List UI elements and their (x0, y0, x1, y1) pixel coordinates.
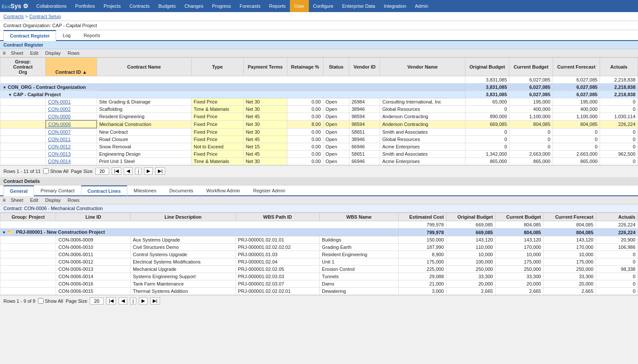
lines-table-row[interactable]: CON-0006-0014 Systems Engineering Suppor… (0, 273, 638, 280)
lines-col-line-id: Line ID (56, 213, 131, 221)
toolbar-display[interactable]: Display (44, 50, 63, 56)
register-subgroup-row: ▼ CAP - Capital Project 3,831,085 6,027,… (0, 91, 638, 98)
lines-table-row[interactable]: CON-0006-0015 Thermal Systems Addition P… (0, 288, 638, 295)
details-toolbar-sheet[interactable]: Sheet (9, 197, 25, 203)
nav-projects[interactable]: Projects (99, 0, 125, 12)
app-logo: EcoSys ⚙ (2, 3, 28, 9)
lines-pagination: Rows 1 - 9 of 9 Show All Page Size |◀ ◀ … (0, 295, 638, 306)
page-header: Contract Organization: CAP - Capital Pro… (0, 21, 638, 30)
breadcrumb-contract-setup[interactable]: Contract Setup (29, 14, 61, 19)
register-table-row[interactable]: CON-0006 Mechanical Construction Fixed P… (0, 120, 638, 128)
register-table-row[interactable]: CON-0007 New Contract Fixed Price Net 30… (0, 128, 638, 136)
lines-col-desc: Line Description (131, 213, 236, 221)
lines-show-all-checkbox[interactable] (38, 298, 44, 304)
lines-page-size-input[interactable] (90, 298, 104, 304)
nav-collaborations[interactable]: Collaborations (32, 0, 71, 12)
col-vendor-id: Vendor ID (349, 58, 380, 76)
lines-page-prev[interactable]: ◀ (119, 297, 127, 304)
col-curr-budget: Current Budget (509, 58, 553, 76)
nav-user[interactable]: User (290, 0, 308, 12)
register-table-row[interactable]: CON-0014 Print Unit 1 Steel Time & Mater… (0, 158, 638, 165)
register-table-row[interactable]: CON-0013 Engineering Design Fixed Price … (0, 151, 638, 158)
nav-forecasts[interactable]: Forecasts (235, 0, 264, 12)
lines-table-row[interactable]: CON-0006-0011 Control Systems Upgrade PR… (0, 251, 638, 258)
tab-documents[interactable]: Documents (163, 185, 200, 195)
tab-workflow-admin[interactable]: Workflow Admin (200, 185, 247, 195)
page-size-label: Page Size (71, 169, 92, 174)
tab-general[interactable]: General (3, 185, 34, 196)
breadcrumb: Contracts > Contract Setup (0, 12, 638, 21)
register-table-row[interactable]: CON-0005 Resident Engineering Fixed Pric… (0, 113, 638, 121)
nav-integration[interactable]: Integration (380, 0, 411, 12)
page-prev[interactable]: ◀ (124, 167, 132, 175)
breadcrumb-contracts[interactable]: Contracts (3, 14, 24, 19)
nav-enterprise-data[interactable]: Enterprise Data (338, 0, 379, 12)
tab-contract-lines[interactable]: Contract Lines (81, 185, 127, 196)
lines-sum-est: 799,978 (398, 221, 446, 229)
register-table-row[interactable]: CON-0002 Scaffolding Time & Materials Ne… (0, 106, 638, 113)
lines-page-first[interactable]: |◀ (106, 297, 116, 304)
lines-col-wbs-path: WBS Path ID (236, 213, 320, 221)
page-separator: | (135, 168, 141, 175)
nav-reports[interactable]: Reports (265, 0, 290, 12)
lines-table-row[interactable]: CON-0006-0013 Mechanical Upgrade PRJ-000… (0, 266, 638, 273)
menu-icon[interactable]: ≡ (3, 50, 6, 56)
col-group: Group:ContractOrg (0, 58, 46, 76)
nav-changes[interactable]: Changes (180, 0, 207, 12)
show-all-label: Show All (43, 168, 68, 174)
nav-portfolios[interactable]: Portfolios (71, 0, 99, 12)
lines-page-sep: | (130, 298, 136, 304)
page-last[interactable]: ▶| (155, 167, 165, 175)
lines-col-actuals: Actuals (596, 213, 638, 221)
lines-col-orig-budget: Original Budget (446, 213, 495, 221)
tab-milestones[interactable]: Milestones (127, 185, 163, 195)
nav-contracts[interactable]: Contracts (125, 0, 154, 12)
lines-sum-curr: 804,085 (495, 221, 544, 229)
tab-register-admin[interactable]: Register Admin (247, 185, 292, 195)
lines-col-est-cost: Estimated Cost (398, 213, 446, 221)
details-contract-label: Contract: CON-0006 - Mechanical Construc… (0, 204, 638, 213)
lines-table-row[interactable]: CON-0006-0010 Civil Structures Demo PRJ-… (0, 244, 638, 251)
summary-orig-budget: 3,831,085 (465, 76, 509, 84)
register-group-row: ▼ CON_ORG - Contract Organization 3,831,… (0, 84, 638, 91)
details-toolbar-edit[interactable]: Edit (28, 197, 40, 203)
show-all-checkbox[interactable] (43, 168, 49, 174)
lines-show-all-label: Show All (38, 298, 63, 304)
lines-rows-info: Rows 1 - 9 of 9 (3, 298, 35, 304)
summary-actuals: 2,218,838 (600, 76, 638, 84)
contract-details-section: Contract Details General Primary Contact… (0, 177, 638, 306)
lines-table-row[interactable]: CON-0006-0009 Aux Systems Upgrade PRJ-00… (0, 236, 638, 244)
register-table-row[interactable]: CON-0001 Site Grading & Drainage Fixed P… (0, 98, 638, 106)
group-label: ▼ CON_ORG - Contract Organization (0, 84, 97, 91)
toolbar-rows[interactable]: Rows (66, 50, 82, 56)
nav-budgets[interactable]: Budgets (154, 0, 180, 12)
lines-group-row: ▼ 📁 PRJ-000001 - New Construction Projec… (0, 229, 638, 236)
col-status: Status (323, 58, 349, 76)
details-menu-icon[interactable]: ≡ (3, 197, 6, 203)
register-pagination: Rows 1 - 11 of 11 Show All Page Size |◀ … (0, 165, 638, 176)
register-toolbar: ≡ Sheet Edit Display Rows (0, 49, 638, 57)
col-payment-terms: Payment Terms (243, 58, 287, 76)
col-contract-id[interactable]: Contract ID ▲ (46, 58, 97, 76)
lines-table-row[interactable]: CON-0006-0016 Tank Farm Maintenance PRJ-… (0, 280, 638, 288)
lines-page-next[interactable]: ▶ (139, 297, 148, 304)
tab-contract-register[interactable]: Contract Register (3, 30, 56, 41)
lines-table-row[interactable]: CON-0006-0012 Electrical Systems Modific… (0, 258, 638, 266)
lines-page-last[interactable]: ▶| (150, 297, 160, 304)
nav-progress[interactable]: Progress (207, 0, 235, 12)
tab-log[interactable]: Log (56, 30, 77, 40)
nav-admin[interactable]: Admin (411, 0, 433, 12)
details-toolbar-display[interactable]: Display (44, 197, 63, 203)
nav-configure[interactable]: Configure (309, 0, 338, 12)
register-table-row[interactable]: CON-0011 Road Closure Fixed Price Net 45… (0, 136, 638, 143)
toolbar-edit[interactable]: Edit (28, 50, 40, 56)
details-toolbar-rows[interactable]: Rows (66, 197, 82, 203)
tab-reports[interactable]: Reports (77, 30, 107, 40)
register-table: Group:ContractOrg Contract ID ▲ Contract… (0, 57, 638, 165)
tab-primary-contact[interactable]: Primary Contact (34, 185, 81, 195)
page-next[interactable]: ▶ (144, 167, 153, 175)
page-size-input[interactable] (95, 168, 109, 175)
register-table-row[interactable]: CON-0012 Snow Removal Not to Exceed Net … (0, 143, 638, 151)
toolbar-sheet[interactable]: Sheet (9, 50, 25, 56)
page-first[interactable]: |◀ (112, 167, 122, 175)
